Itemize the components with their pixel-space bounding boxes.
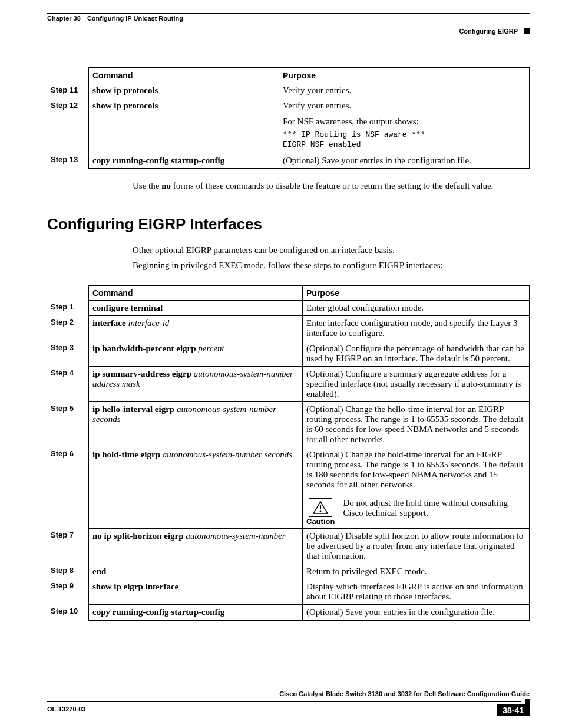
- purpose-text: Display which interfaces EIGRP is active…: [303, 579, 530, 604]
- purpose-text: Enter global configuration mode.: [303, 300, 530, 315]
- table-row: Step 9 show ip eigrp interface Display w…: [47, 579, 530, 604]
- step-label: Step 6: [47, 447, 89, 528]
- paragraph: Use the no forms of these commands to di…: [133, 180, 530, 192]
- cmd-text: end: [92, 566, 106, 576]
- page-footer: Cisco Catalyst Blade Switch 3130 and 303…: [47, 690, 530, 716]
- table-row: Step 4 ip summary-address eigrp autonomo…: [47, 366, 530, 401]
- cmd-text: interface: [92, 318, 128, 328]
- footer-book-title: Cisco Catalyst Blade Switch 3130 and 303…: [47, 690, 530, 697]
- table-row: Step 7 no ip split-horizon eigrp autonom…: [47, 528, 530, 564]
- footer-doc-number: OL-13270-03: [47, 706, 85, 713]
- mono-output: EIGRP NSF enabled: [283, 140, 525, 150]
- table-row: Step 13 copy running-config startup-conf…: [47, 153, 530, 169]
- purpose-text: (Optional) Configure the percentage of b…: [303, 341, 530, 366]
- chapter-number: Chapter 38: [47, 15, 81, 22]
- purpose-text: (Optional) Save your entries in the conf…: [279, 153, 530, 169]
- section-header-label: Configuring EIGRP: [459, 28, 518, 35]
- step-label: Step 5: [47, 401, 89, 447]
- caution-icon: [313, 501, 328, 514]
- purpose-text: For NSF awareness, the output shows:: [283, 117, 525, 127]
- mono-output: *** IP Routing is NSF aware ***: [283, 130, 525, 140]
- purpose-text: Return to privileged EXEC mode.: [303, 564, 530, 579]
- cmd-text: copy running-config startup-config: [92, 607, 224, 617]
- cmd-arg: autonomous-system-number: [186, 531, 285, 541]
- table-row: Step 3 ip bandwidth-percent eigrp percen…: [47, 341, 530, 366]
- purpose-text: (Optional) Change the hold-time interval…: [306, 450, 525, 490]
- table-row: Step 1 configure terminal Enter global c…: [47, 300, 530, 315]
- table-row: Step 2 interface interface-id Enter inte…: [47, 315, 530, 341]
- table-row: Step 11 show ip protocols Verify your en…: [47, 83, 530, 98]
- table-row: Step 6 ip hold-time eigrp autonomous-sys…: [47, 447, 530, 528]
- purpose-text: Verify your entries.: [283, 101, 525, 111]
- cmd-text: ip hello-interval eigrp: [92, 404, 177, 414]
- t1-header-purpose: Purpose: [279, 68, 530, 83]
- purpose-text: Verify your entries.: [279, 83, 530, 98]
- step-label: Step 11: [47, 83, 89, 98]
- section-heading: Configuring EIGRP Interfaces: [47, 215, 530, 233]
- step-label: Step 13: [47, 153, 89, 169]
- cmd-text: show ip protocols: [92, 85, 158, 95]
- paragraph: Other optional EIGRP parameters can be c…: [133, 244, 530, 256]
- footer-page-number: 38-41: [497, 704, 530, 716]
- cmd-arg: interface-id: [128, 318, 169, 328]
- purpose-text: (Optional) Disable split horizon to allo…: [303, 528, 530, 564]
- purpose-text: Enter interface configuration mode, and …: [303, 315, 530, 341]
- caution-text: Do not adjust the hold time without cons…: [343, 498, 525, 518]
- table-row: Step 10 copy running-config startup-conf…: [47, 604, 530, 620]
- purpose-text: (Optional) Configure a summary aggregate…: [303, 366, 530, 401]
- step-label: Step 1: [47, 300, 89, 315]
- svg-point-2: [320, 510, 322, 512]
- cmd-text: configure terminal: [92, 303, 163, 312]
- purpose-text: (Optional) Save your entries in the conf…: [303, 604, 530, 620]
- step-label: Step 8: [47, 564, 89, 579]
- cmd-text: copy running-config startup-config: [92, 156, 224, 165]
- step-label: Step 9: [47, 579, 89, 604]
- chapter-header: Chapter 38 Configuring IP Unicast Routin…: [47, 15, 530, 22]
- step-label: Step 7: [47, 528, 89, 564]
- cmd-arg: percent: [198, 344, 224, 353]
- t1-header-command: Command: [89, 68, 279, 83]
- step-label: Step 2: [47, 315, 89, 341]
- table-row: Step 5 ip hello-interval eigrp autonomou…: [47, 401, 530, 447]
- chapter-title: Configuring IP Unicast Routing: [87, 15, 183, 22]
- cmd-text: ip bandwidth-percent eigrp: [92, 344, 198, 353]
- command-table-1: Command Purpose Step 11 show ip protocol…: [47, 67, 530, 169]
- cmd-text: show ip protocols: [92, 101, 158, 110]
- purpose-text: (Optional) Change the hello-time interva…: [303, 401, 530, 447]
- cmd-arg: autonomous-system-number seconds: [163, 450, 292, 459]
- t2-header-command: Command: [89, 285, 303, 301]
- cmd-text: ip summary-address eigrp: [92, 369, 194, 378]
- table-row: Step 8 end Return to privileged EXEC mod…: [47, 564, 530, 579]
- caution-label: Caution: [306, 517, 335, 526]
- step-label: Step 4: [47, 366, 89, 401]
- cmd-text: no ip split-horizon eigrp: [92, 531, 186, 541]
- step-label: Step 3: [47, 341, 89, 366]
- footer-marker-icon: [525, 699, 530, 704]
- section-marker-icon: [524, 28, 530, 34]
- command-table-2: Command Purpose Step 1 configure termina…: [47, 285, 530, 621]
- cmd-text: ip hold-time eigrp: [92, 450, 163, 459]
- step-label: Step 10: [47, 604, 89, 620]
- paragraph: Beginning in privileged EXEC mode, follo…: [133, 259, 530, 271]
- cmd-text: show ip eigrp interface: [92, 582, 178, 591]
- step-label: Step 12: [47, 98, 89, 153]
- t2-header-purpose: Purpose: [303, 285, 530, 301]
- table-row: Step 12 show ip protocols Verify your en…: [47, 98, 530, 153]
